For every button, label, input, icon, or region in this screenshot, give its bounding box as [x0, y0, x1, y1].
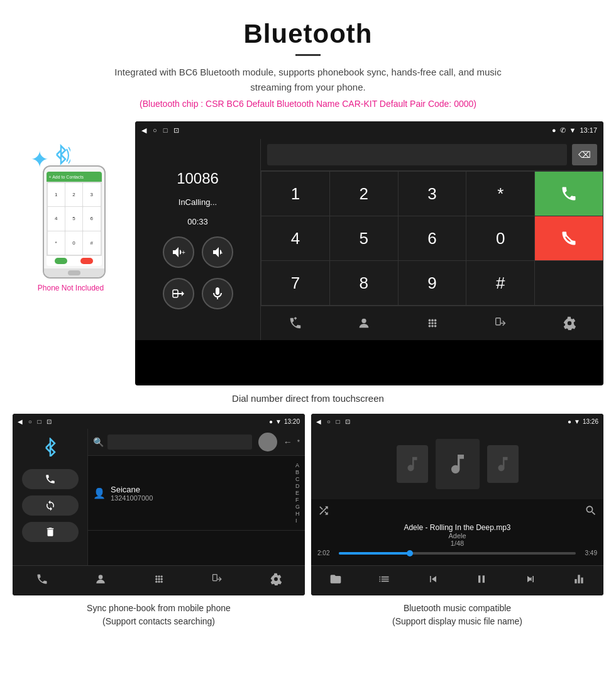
contacts-nav-icon[interactable]: [351, 311, 377, 336]
ms-screenshot-icon: ⊡: [345, 418, 350, 425]
ms-nav-icons: ◀ ○ □ ⊡: [316, 418, 350, 425]
phone-nav-icon[interactable]: [283, 311, 308, 336]
key-9[interactable]: 9: [399, 261, 466, 305]
call-button[interactable]: [535, 172, 603, 216]
music-controls-section: Adele - Rolling In the Deep.mp3 Adele 1/…: [311, 499, 603, 565]
ms-folder-icon[interactable]: [329, 573, 342, 589]
alpha-b: B: [295, 469, 300, 475]
svg-point-21: [160, 578, 162, 580]
pb-transfer-nav-icon[interactable]: [211, 573, 224, 589]
main-content-row: ✦ + Add to Contacts 1 2 3: [0, 115, 616, 385]
phone-screen: + Add to Contacts 1 2 3 4 5 6 * 0 #: [47, 172, 102, 266]
pb-search-input[interactable]: [107, 434, 252, 450]
music-track-title-area: Adele - Rolling In the Deep.mp3 Adele 1/…: [317, 523, 597, 547]
pb-dot-button[interactable]: [258, 433, 277, 451]
key-hash[interactable]: #: [466, 261, 534, 305]
transfer-button[interactable]: [163, 278, 194, 309]
statusbar-status: ● ✆ ▼ 13:17: [552, 126, 597, 135]
pb-call-button[interactable]: [22, 469, 79, 489]
svg-point-10: [434, 322, 436, 324]
phone-end-button: [80, 258, 93, 264]
phone-key-2: 2: [65, 183, 82, 206]
key-2[interactable]: 2: [330, 172, 398, 216]
alpha-index: A B C D E F G H I: [295, 462, 300, 524]
statusbar-nav-icons: ◀ ○ □ ⊡: [141, 126, 179, 135]
pb-phone-nav-icon[interactable]: [36, 573, 48, 589]
music-screenshot: ◀ ○ □ ⊡ ● ▼ 13:26: [311, 414, 603, 595]
transfer-nav-icon[interactable]: [488, 311, 514, 336]
pb-search-icon: 🔍: [93, 437, 104, 447]
dial-input-display[interactable]: [267, 144, 567, 165]
svg-rect-14: [495, 318, 500, 325]
pb-settings-nav-icon[interactable]: [270, 573, 282, 589]
music-track-count: 1/48: [317, 539, 597, 547]
music-search-icon[interactable]: [585, 504, 597, 519]
keypad-nav-icon[interactable]: [420, 311, 445, 336]
backspace-button[interactable]: ⌫: [572, 144, 597, 165]
key-4[interactable]: 4: [261, 216, 329, 260]
ms-next-icon[interactable]: [524, 573, 537, 589]
ms-signal-icon: ▼: [574, 418, 580, 425]
phonebook-contact-row[interactable]: 👤 Seicane 13241007000 A B C D E: [88, 456, 305, 531]
key-8[interactable]: 8: [330, 261, 398, 305]
key-star[interactable]: *: [466, 172, 534, 216]
music-progress-bar[interactable]: [339, 552, 576, 555]
phone-key-star: *: [48, 231, 65, 255]
key-3[interactable]: 3: [399, 172, 466, 216]
svg-point-7: [434, 319, 436, 322]
contact-name: Seicane: [111, 485, 153, 494]
pb-keypad-nav-icon[interactable]: [153, 573, 165, 589]
settings-nav-icon[interactable]: [557, 311, 582, 336]
pb-contacts-nav-icon[interactable]: [94, 573, 107, 589]
key-5[interactable]: 5: [330, 216, 398, 260]
phone-keypad: 1 2 3 4 5 6 * 0 #: [47, 182, 102, 256]
ms-location-icon: ●: [568, 418, 571, 425]
end-call-button[interactable]: [535, 216, 603, 260]
music-statusbar: ◀ ○ □ ⊡ ● ▼ 13:26: [311, 414, 603, 429]
pb-nav-icons: ◀ ○ □ ⊡: [18, 418, 52, 425]
ms-prev-icon[interactable]: [427, 573, 439, 589]
pb-recent-icon: □: [38, 418, 41, 425]
svg-point-13: [434, 325, 436, 328]
svg-point-9: [431, 322, 434, 324]
phone-key-hash: #: [83, 231, 100, 255]
pb-back-arrow[interactable]: ←: [283, 437, 292, 447]
pb-bluetooth-icon: [42, 438, 58, 460]
volume-down-button[interactable]: -: [202, 236, 233, 268]
alpha-h: H: [295, 511, 300, 517]
volume-up-button[interactable]: +: [163, 236, 194, 268]
music-time-total: 3:49: [580, 550, 597, 556]
bluetooth-phone-illustration: ✦ + Add to Contacts 1 2 3: [30, 134, 112, 279]
key-7[interactable]: 7: [261, 261, 329, 305]
svg-point-12: [431, 325, 434, 328]
call-icon: ✆: [560, 126, 566, 135]
music-top-controls: [317, 504, 597, 519]
dial-status: InCalling...: [179, 197, 217, 207]
pb-delete-button[interactable]: [22, 522, 79, 542]
shuffle-icon[interactable]: [317, 504, 330, 519]
ms-equalizer-icon[interactable]: [573, 573, 585, 589]
key-6[interactable]: 6: [399, 216, 466, 260]
keypad-grid: 1 2 3 * 4 5 6 0: [261, 171, 603, 306]
time-display: 13:17: [580, 126, 597, 134]
svg-point-11: [428, 325, 431, 328]
ms-play-pause-icon[interactable]: [475, 573, 488, 589]
dial-caption: Dial number direct from touchscreen: [0, 385, 616, 414]
svg-rect-25: [212, 575, 217, 581]
dial-number: 10086: [177, 170, 219, 187]
music-bottom-bar: [311, 565, 603, 595]
phonebook-main: 🔍 ← * 👤 Seicane 13241007000: [88, 429, 305, 565]
screenshot-icon: ⊡: [173, 126, 179, 135]
phone-not-included-label: Phone Not Included: [38, 284, 104, 292]
ms-list-icon[interactable]: [378, 573, 390, 589]
recent-icon: □: [163, 126, 168, 135]
dial-control-buttons: + -: [163, 236, 233, 268]
dial-statusbar: ◀ ○ □ ⊡ ● ✆ ▼ 13:17: [135, 121, 603, 139]
pb-refresh-button[interactable]: [22, 495, 79, 516]
mute-button[interactable]: [202, 278, 233, 309]
key-0[interactable]: 0: [466, 216, 534, 260]
svg-text:+: +: [182, 249, 185, 256]
phonebook-sidebar: [13, 429, 88, 565]
key-1[interactable]: 1: [261, 172, 329, 216]
album-art-small-right: [487, 445, 519, 483]
